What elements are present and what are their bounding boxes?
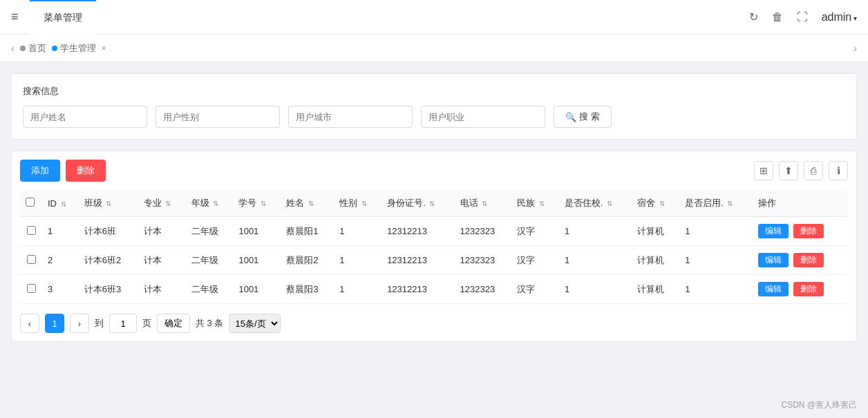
cell-active: 1 <box>679 275 752 304</box>
sort-gender-icon: ⇅ <box>361 200 367 207</box>
cell-id: 1 <box>42 217 79 246</box>
sort-studentid-icon: ⇅ <box>261 200 266 207</box>
current-dot <box>52 46 57 51</box>
cell-phone: 1232323 <box>455 217 511 246</box>
forward-arrow[interactable]: › <box>853 43 857 54</box>
col-name[interactable]: 姓名 ⇅ <box>281 190 334 217</box>
refresh-icon[interactable]: ↻ <box>749 10 758 23</box>
info-icon[interactable]: ℹ <box>829 161 848 180</box>
sort-dorm-icon: ⇅ <box>659 200 665 207</box>
col-class[interactable]: 班级 ⇅ <box>79 190 138 217</box>
nav-title: 菜单管理 <box>30 0 96 35</box>
cell-major: 计本 <box>138 275 186 304</box>
col-idcard[interactable]: 身份证号. ⇅ <box>381 190 454 217</box>
page-size-select[interactable]: 15条/页 20条/页 50条/页 <box>229 314 281 333</box>
add-button[interactable]: 添加 <box>20 160 60 182</box>
cell-class: 计本6班2 <box>79 246 138 275</box>
prev-page-btn[interactable]: ‹ <box>20 314 39 333</box>
pagination: ‹ 1 › 到 页 确定 共 3 条 15条/页 20条/页 50条/页 <box>20 314 848 333</box>
edit-button[interactable]: 编辑 <box>758 253 789 267</box>
cell-boarding: 1 <box>559 246 632 275</box>
edit-button[interactable]: 编辑 <box>758 282 789 296</box>
breadcrumb-current[interactable]: 学生管理 × <box>52 42 106 55</box>
column-settings-icon[interactable]: ⊞ <box>754 161 773 180</box>
goto-confirm-btn[interactable]: 确定 <box>157 314 190 333</box>
row-checkbox[interactable] <box>27 255 36 264</box>
cell-action: 编辑 删除 <box>753 275 848 304</box>
edit-button[interactable]: 编辑 <box>758 224 789 238</box>
delete-top-icon[interactable]: 🗑 <box>772 11 783 23</box>
col-phone[interactable]: 电话 ⇅ <box>455 190 511 217</box>
sort-ethnicity-icon: ⇅ <box>539 200 545 207</box>
export-icon[interactable]: ⬆ <box>779 161 798 180</box>
row-delete-button[interactable]: 删除 <box>793 224 824 238</box>
goto-label: 到 <box>95 317 104 330</box>
col-grade[interactable]: 年级 ⇅ <box>186 190 234 217</box>
sort-grade-icon: ⇅ <box>213 200 218 207</box>
cell-major: 计本 <box>138 246 186 275</box>
search-city-input[interactable] <box>288 106 413 128</box>
row-checkbox[interactable] <box>27 226 36 235</box>
select-all-cell[interactable] <box>20 190 42 217</box>
col-id[interactable]: ID ⇅ <box>42 190 79 217</box>
cell-id: 3 <box>42 275 79 304</box>
col-dorm[interactable]: 宿舍 ⇅ <box>632 190 679 217</box>
page-1-btn[interactable]: 1 <box>45 314 64 333</box>
row-checkbox-cell[interactable] <box>20 246 42 275</box>
next-page-btn[interactable]: › <box>70 314 89 333</box>
col-major[interactable]: 专业 ⇅ <box>138 190 186 217</box>
breadcrumb-home[interactable]: 首页 <box>20 42 46 55</box>
nav-left: ≡ 菜单管理 <box>11 0 96 35</box>
data-table: ID ⇅ 班级 ⇅ 专业 ⇅ 年级 ⇅ 学号 ⇅ 姓名 ⇅ 性别 ⇅ 身份证号.… <box>20 190 848 304</box>
search-panel-title: 搜索信息 <box>23 85 845 97</box>
cell-ethnicity: 汉字 <box>511 246 559 275</box>
cell-ethnicity: 汉字 <box>511 217 559 246</box>
search-panel: 搜索信息 🔍 搜 索 <box>11 73 857 140</box>
cell-gender: 1 <box>334 275 381 304</box>
sort-idcard-icon: ⇅ <box>429 200 435 207</box>
cell-gender: 1 <box>334 217 381 246</box>
select-all-checkbox[interactable] <box>26 198 35 207</box>
cell-idcard: 12312213 <box>381 275 454 304</box>
table-row: 1 计本6班 计本 二年级 1001 蔡晨阳1 1 12312213 12323… <box>20 217 848 246</box>
cell-action: 编辑 删除 <box>753 217 848 246</box>
cell-major: 计本 <box>138 217 186 246</box>
col-student-id[interactable]: 学号 ⇅ <box>233 190 281 217</box>
breadcrumb-close-icon[interactable]: × <box>102 44 106 53</box>
row-delete-button[interactable]: 删除 <box>793 282 824 296</box>
sort-major-icon: ⇅ <box>165 200 171 207</box>
table-row: 3 计本6班3 计本 二年级 1001 蔡晨阳3 1 12312213 1232… <box>20 275 848 304</box>
admin-label[interactable]: admin <box>822 11 857 23</box>
back-arrow[interactable]: ‹ <box>11 43 15 54</box>
cell-id: 2 <box>42 246 79 275</box>
cell-dorm: 计算机 <box>632 217 679 246</box>
fullscreen-icon[interactable]: ⛶ <box>797 11 808 23</box>
table-body: 1 计本6班 计本 二年级 1001 蔡晨阳1 1 12312213 12323… <box>20 217 848 304</box>
row-checkbox-cell[interactable] <box>20 217 42 246</box>
home-dot <box>20 46 26 51</box>
row-checkbox-cell[interactable] <box>20 275 42 304</box>
cell-student-id: 1001 <box>233 275 281 304</box>
search-occupation-input[interactable] <box>421 106 545 128</box>
cell-grade: 二年级 <box>186 275 234 304</box>
sort-class-icon: ⇅ <box>106 200 111 207</box>
cell-active: 1 <box>679 217 752 246</box>
page-goto-input[interactable] <box>109 314 137 333</box>
row-checkbox[interactable] <box>27 284 36 293</box>
table-toolbar: 添加 删除 ⊞ ⬆ ⎙ ℹ <box>20 160 848 182</box>
table-panel: 添加 删除 ⊞ ⬆ ⎙ ℹ ID ⇅ 班级 ⇅ 专业 ⇅ 年级 ⇅ <box>11 151 857 342</box>
table-header: ID ⇅ 班级 ⇅ 专业 ⇅ 年级 ⇅ 学号 ⇅ 姓名 ⇅ 性别 ⇅ 身份证号.… <box>20 190 848 217</box>
hamburger-icon[interactable]: ≡ <box>11 10 19 24</box>
col-ethnicity[interactable]: 民族 ⇅ <box>511 190 559 217</box>
search-button[interactable]: 🔍 搜 索 <box>554 106 612 128</box>
print-icon[interactable]: ⎙ <box>804 161 823 180</box>
col-active[interactable]: 是否启用. ⇅ <box>679 190 752 217</box>
col-boarding[interactable]: 是否住校. ⇅ <box>559 190 632 217</box>
search-gender-input[interactable] <box>155 106 280 128</box>
row-delete-button[interactable]: 删除 <box>793 253 824 267</box>
cell-idcard: 12312213 <box>381 217 454 246</box>
batch-delete-button[interactable]: 删除 <box>66 160 106 182</box>
col-gender[interactable]: 性别 ⇅ <box>334 190 381 217</box>
current-label: 学生管理 <box>60 42 96 55</box>
search-username-input[interactable] <box>23 106 147 128</box>
